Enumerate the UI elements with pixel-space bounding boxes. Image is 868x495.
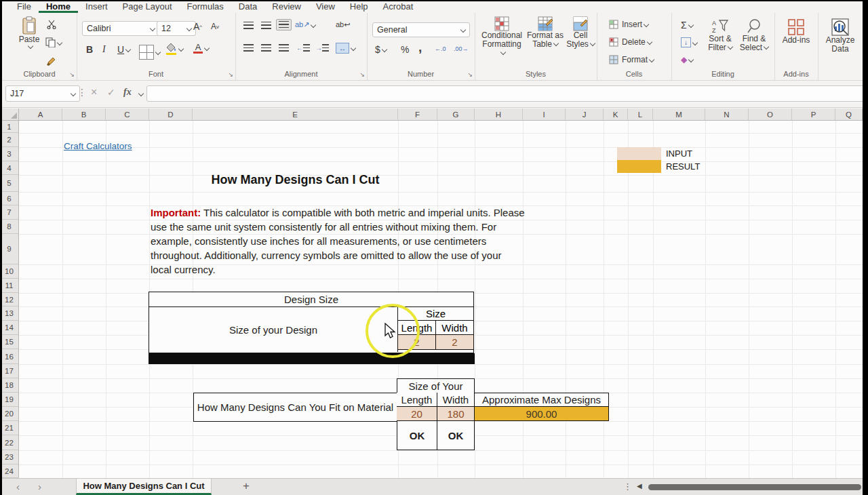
insert-function-icon[interactable]: fx: [123, 87, 132, 98]
select-all-button[interactable]: [0, 108, 19, 121]
increase-indent-button[interactable]: →: [315, 44, 329, 52]
column-header-l[interactable]: L: [628, 108, 653, 121]
orientation-button[interactable]: ab↗: [295, 20, 315, 29]
horizontal-scrollbar-thumb[interactable]: [648, 484, 861, 490]
format-as-table-button[interactable]: Format asTable: [525, 16, 566, 49]
align-bottom-button[interactable]: [276, 19, 292, 31]
cut-button[interactable]: [47, 20, 56, 29]
percent-style-button[interactable]: %: [401, 44, 409, 55]
row-header-5[interactable]: 5: [0, 175, 19, 192]
ribbon-tab-formulas[interactable]: Formulas: [180, 0, 231, 13]
sort-filter-button[interactable]: AZ Sort &Filter: [704, 18, 736, 52]
ribbon-tab-view[interactable]: View: [309, 0, 342, 13]
row-header-4[interactable]: 4: [0, 161, 19, 175]
row-header-23[interactable]: 23: [0, 450, 19, 464]
row-header-21[interactable]: 21: [0, 421, 19, 435]
row-header-11[interactable]: 11: [0, 279, 19, 293]
row-header-13[interactable]: 13: [0, 306, 19, 321]
conditional-formatting-button[interactable]: ConditionalFormatting: [480, 16, 524, 58]
column-header-b[interactable]: B: [62, 108, 106, 121]
format-painter-button[interactable]: [47, 56, 56, 66]
font-name-select[interactable]: Calibri: [82, 21, 159, 36]
row-header-3[interactable]: 3: [0, 147, 19, 161]
ribbon-tab-acrobat[interactable]: Acrobat: [376, 0, 421, 13]
column-header-n[interactable]: N: [705, 108, 749, 121]
column-header-j[interactable]: J: [566, 108, 604, 121]
row-header-16[interactable]: 16: [0, 349, 19, 364]
accounting-format-button[interactable]: $: [375, 44, 387, 55]
row-header-20[interactable]: 20: [0, 407, 19, 421]
column-header-i[interactable]: I: [523, 108, 566, 121]
design-width-input-cell[interactable]: 2: [436, 335, 473, 349]
align-center-button[interactable]: [261, 44, 271, 52]
next-sheet-icon[interactable]: ›: [38, 481, 41, 492]
bold-button[interactable]: B: [86, 44, 93, 55]
copy-button[interactable]: [45, 37, 62, 47]
formula-input[interactable]: [146, 85, 868, 102]
column-header-f[interactable]: F: [398, 108, 437, 121]
insert-cells-button[interactable]: Insert: [609, 20, 648, 29]
borders-button[interactable]: [139, 45, 160, 60]
increase-decimal-button[interactable]: ←.0: [435, 45, 446, 52]
ribbon-tab-file[interactable]: File: [9, 0, 39, 13]
ribbon-tab-help[interactable]: Help: [342, 0, 376, 13]
chevron-down-icon[interactable]: [138, 91, 144, 96]
column-header-h[interactable]: H: [475, 108, 523, 121]
column-header-q[interactable]: Q: [835, 108, 863, 121]
row-header-18[interactable]: 18: [0, 378, 19, 393]
row-header-8[interactable]: 8: [0, 220, 19, 234]
row-header-10[interactable]: 10: [0, 264, 19, 279]
column-header-g[interactable]: G: [437, 108, 475, 121]
row-header-24[interactable]: 24: [0, 464, 19, 478]
row-header-15[interactable]: 15: [0, 335, 19, 349]
decrease-decimal-button[interactable]: .00→: [454, 45, 469, 52]
analyze-data-button[interactable]: AnalyzeData: [821, 18, 860, 54]
font-color-button[interactable]: A: [193, 43, 209, 54]
font-dialog-launcher-icon[interactable]: ↘: [228, 71, 233, 78]
ribbon-tab-page-layout[interactable]: Page Layout: [115, 0, 180, 13]
number-format-select[interactable]: General: [372, 22, 470, 37]
prev-sheet-icon[interactable]: ‹: [16, 481, 20, 492]
row-header-22[interactable]: 22: [0, 435, 19, 450]
comma-style-button[interactable]: ,: [418, 40, 422, 55]
italic-button[interactable]: I: [102, 44, 106, 55]
row-header-9[interactable]: 9: [0, 234, 19, 264]
fill-button[interactable]: ↓: [681, 37, 697, 47]
column-header-d[interactable]: D: [149, 108, 193, 121]
enter-icon[interactable]: ✓: [107, 87, 115, 98]
row-header-2[interactable]: 2: [0, 133, 19, 147]
ribbon-tab-home[interactable]: Home: [39, 0, 78, 13]
ribbon-tab-data[interactable]: Data: [231, 0, 264, 13]
column-header-a[interactable]: A: [19, 108, 62, 121]
name-box-options-icon[interactable]: ⋮: [77, 87, 87, 98]
new-sheet-button[interactable]: +: [243, 479, 250, 493]
decrease-font-size-button[interactable]: Av: [211, 22, 219, 31]
delete-cells-button[interactable]: Delete: [609, 37, 652, 47]
cancel-icon[interactable]: ×: [91, 86, 97, 98]
row-header-1[interactable]: 1: [0, 121, 19, 133]
ribbon-tab-review[interactable]: Review: [264, 0, 309, 13]
align-top-button[interactable]: [243, 22, 254, 29]
column-header-p[interactable]: P: [792, 108, 835, 121]
clear-button[interactable]: ◆: [681, 55, 693, 64]
add-ins-button[interactable]: Add-ins: [778, 18, 814, 45]
craft-calculators-link[interactable]: Craft Calculators: [64, 141, 132, 151]
fill-color-button[interactable]: [166, 43, 183, 55]
format-cells-button[interactable]: Format: [609, 55, 654, 64]
clipboard-dialog-launcher-icon[interactable]: ↘: [69, 71, 75, 78]
material-length-input-cell[interactable]: 20: [397, 407, 437, 421]
scroll-left-icon[interactable]: ◀: [637, 482, 642, 490]
column-header-k[interactable]: K: [604, 108, 628, 121]
name-box[interactable]: J17: [5, 85, 80, 102]
column-header-o[interactable]: O: [749, 108, 792, 121]
align-left-button[interactable]: [243, 44, 254, 52]
column-header-c[interactable]: C: [106, 108, 149, 121]
column-header-e[interactable]: E: [193, 108, 398, 121]
tab-options-icon[interactable]: ⋮: [623, 481, 632, 492]
row-header-6[interactable]: 6: [0, 192, 19, 205]
merge-center-button[interactable]: ↔: [336, 43, 355, 54]
ribbon-tab-insert[interactable]: Insert: [78, 0, 115, 13]
wrap-text-button[interactable]: ab↩: [336, 20, 350, 29]
sheet-tab-active[interactable]: How Many Designs Can I Cut: [76, 479, 212, 495]
find-select-button[interactable]: Find &Select: [738, 18, 770, 52]
